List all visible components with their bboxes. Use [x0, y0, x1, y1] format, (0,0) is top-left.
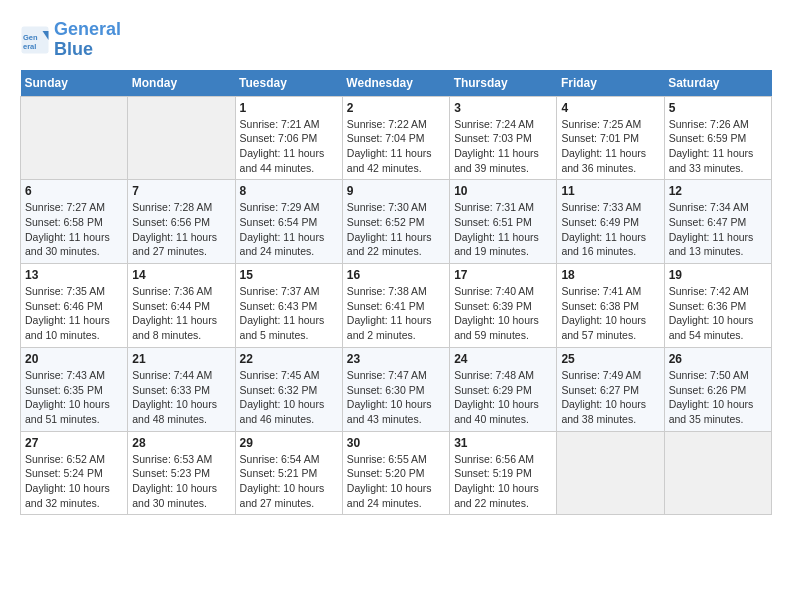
calendar-week-row: 27 Sunrise: 6:52 AM Sunset: 5:24 PM Dayl…: [21, 431, 772, 515]
day-info: Sunrise: 7:49 AM Sunset: 6:27 PM Dayligh…: [561, 368, 659, 427]
day-info: Sunrise: 7:43 AM Sunset: 6:35 PM Dayligh…: [25, 368, 123, 427]
day-number: 2: [347, 101, 445, 115]
calendar-cell: [21, 96, 128, 180]
page-header: Gen eral GeneralBlue: [20, 20, 772, 60]
calendar-cell: [128, 96, 235, 180]
day-number: 22: [240, 352, 338, 366]
day-number: 27: [25, 436, 123, 450]
day-number: 23: [347, 352, 445, 366]
calendar-cell: 1 Sunrise: 7:21 AM Sunset: 7:06 PM Dayli…: [235, 96, 342, 180]
calendar-cell: 12 Sunrise: 7:34 AM Sunset: 6:47 PM Dayl…: [664, 180, 771, 264]
day-info: Sunrise: 7:38 AM Sunset: 6:41 PM Dayligh…: [347, 284, 445, 343]
day-number: 11: [561, 184, 659, 198]
day-info: Sunrise: 7:48 AM Sunset: 6:29 PM Dayligh…: [454, 368, 552, 427]
calendar-cell: 28 Sunrise: 6:53 AM Sunset: 5:23 PM Dayl…: [128, 431, 235, 515]
day-info: Sunrise: 7:50 AM Sunset: 6:26 PM Dayligh…: [669, 368, 767, 427]
calendar-cell: 8 Sunrise: 7:29 AM Sunset: 6:54 PM Dayli…: [235, 180, 342, 264]
day-info: Sunrise: 7:22 AM Sunset: 7:04 PM Dayligh…: [347, 117, 445, 176]
calendar-week-row: 20 Sunrise: 7:43 AM Sunset: 6:35 PM Dayl…: [21, 347, 772, 431]
weekday-header: Tuesday: [235, 70, 342, 97]
day-number: 10: [454, 184, 552, 198]
day-number: 29: [240, 436, 338, 450]
day-number: 13: [25, 268, 123, 282]
day-info: Sunrise: 7:33 AM Sunset: 6:49 PM Dayligh…: [561, 200, 659, 259]
day-info: Sunrise: 7:30 AM Sunset: 6:52 PM Dayligh…: [347, 200, 445, 259]
calendar-table: SundayMondayTuesdayWednesdayThursdayFrid…: [20, 70, 772, 516]
day-info: Sunrise: 7:40 AM Sunset: 6:39 PM Dayligh…: [454, 284, 552, 343]
day-info: Sunrise: 6:52 AM Sunset: 5:24 PM Dayligh…: [25, 452, 123, 511]
calendar-cell: 26 Sunrise: 7:50 AM Sunset: 6:26 PM Dayl…: [664, 347, 771, 431]
day-info: Sunrise: 7:26 AM Sunset: 6:59 PM Dayligh…: [669, 117, 767, 176]
day-number: 9: [347, 184, 445, 198]
day-info: Sunrise: 6:54 AM Sunset: 5:21 PM Dayligh…: [240, 452, 338, 511]
calendar-cell: 22 Sunrise: 7:45 AM Sunset: 6:32 PM Dayl…: [235, 347, 342, 431]
day-number: 26: [669, 352, 767, 366]
calendar-cell: 11 Sunrise: 7:33 AM Sunset: 6:49 PM Dayl…: [557, 180, 664, 264]
day-info: Sunrise: 7:37 AM Sunset: 6:43 PM Dayligh…: [240, 284, 338, 343]
weekday-header: Monday: [128, 70, 235, 97]
day-number: 5: [669, 101, 767, 115]
calendar-cell: 9 Sunrise: 7:30 AM Sunset: 6:52 PM Dayli…: [342, 180, 449, 264]
day-number: 30: [347, 436, 445, 450]
day-number: 1: [240, 101, 338, 115]
day-info: Sunrise: 7:25 AM Sunset: 7:01 PM Dayligh…: [561, 117, 659, 176]
day-number: 20: [25, 352, 123, 366]
calendar-cell: 21 Sunrise: 7:44 AM Sunset: 6:33 PM Dayl…: [128, 347, 235, 431]
day-info: Sunrise: 7:24 AM Sunset: 7:03 PM Dayligh…: [454, 117, 552, 176]
calendar-cell: 24 Sunrise: 7:48 AM Sunset: 6:29 PM Dayl…: [450, 347, 557, 431]
day-info: Sunrise: 7:36 AM Sunset: 6:44 PM Dayligh…: [132, 284, 230, 343]
day-info: Sunrise: 6:56 AM Sunset: 5:19 PM Dayligh…: [454, 452, 552, 511]
day-number: 6: [25, 184, 123, 198]
calendar-cell: 27 Sunrise: 6:52 AM Sunset: 5:24 PM Dayl…: [21, 431, 128, 515]
calendar-cell: 10 Sunrise: 7:31 AM Sunset: 6:51 PM Dayl…: [450, 180, 557, 264]
day-number: 19: [669, 268, 767, 282]
day-info: Sunrise: 7:29 AM Sunset: 6:54 PM Dayligh…: [240, 200, 338, 259]
day-info: Sunrise: 7:27 AM Sunset: 6:58 PM Dayligh…: [25, 200, 123, 259]
day-info: Sunrise: 7:35 AM Sunset: 6:46 PM Dayligh…: [25, 284, 123, 343]
day-info: Sunrise: 7:47 AM Sunset: 6:30 PM Dayligh…: [347, 368, 445, 427]
calendar-cell: 18 Sunrise: 7:41 AM Sunset: 6:38 PM Dayl…: [557, 264, 664, 348]
day-number: 24: [454, 352, 552, 366]
day-number: 3: [454, 101, 552, 115]
calendar-cell: 25 Sunrise: 7:49 AM Sunset: 6:27 PM Dayl…: [557, 347, 664, 431]
calendar-cell: 19 Sunrise: 7:42 AM Sunset: 6:36 PM Dayl…: [664, 264, 771, 348]
calendar-cell: [664, 431, 771, 515]
calendar-cell: 7 Sunrise: 7:28 AM Sunset: 6:56 PM Dayli…: [128, 180, 235, 264]
day-info: Sunrise: 7:21 AM Sunset: 7:06 PM Dayligh…: [240, 117, 338, 176]
day-number: 18: [561, 268, 659, 282]
day-info: Sunrise: 7:45 AM Sunset: 6:32 PM Dayligh…: [240, 368, 338, 427]
day-number: 12: [669, 184, 767, 198]
day-number: 16: [347, 268, 445, 282]
weekday-header: Sunday: [21, 70, 128, 97]
calendar-cell: 6 Sunrise: 7:27 AM Sunset: 6:58 PM Dayli…: [21, 180, 128, 264]
calendar-header-row: SundayMondayTuesdayWednesdayThursdayFrid…: [21, 70, 772, 97]
calendar-cell: 2 Sunrise: 7:22 AM Sunset: 7:04 PM Dayli…: [342, 96, 449, 180]
day-number: 15: [240, 268, 338, 282]
calendar-week-row: 13 Sunrise: 7:35 AM Sunset: 6:46 PM Dayl…: [21, 264, 772, 348]
day-number: 14: [132, 268, 230, 282]
day-number: 7: [132, 184, 230, 198]
svg-text:eral: eral: [23, 42, 36, 51]
calendar-cell: 23 Sunrise: 7:47 AM Sunset: 6:30 PM Dayl…: [342, 347, 449, 431]
weekday-header: Saturday: [664, 70, 771, 97]
day-number: 8: [240, 184, 338, 198]
calendar-cell: 17 Sunrise: 7:40 AM Sunset: 6:39 PM Dayl…: [450, 264, 557, 348]
svg-text:Gen: Gen: [23, 33, 38, 42]
day-number: 31: [454, 436, 552, 450]
calendar-cell: 20 Sunrise: 7:43 AM Sunset: 6:35 PM Dayl…: [21, 347, 128, 431]
day-number: 21: [132, 352, 230, 366]
day-info: Sunrise: 6:53 AM Sunset: 5:23 PM Dayligh…: [132, 452, 230, 511]
calendar-cell: 31 Sunrise: 6:56 AM Sunset: 5:19 PM Dayl…: [450, 431, 557, 515]
calendar-week-row: 1 Sunrise: 7:21 AM Sunset: 7:06 PM Dayli…: [21, 96, 772, 180]
calendar-cell: 30 Sunrise: 6:55 AM Sunset: 5:20 PM Dayl…: [342, 431, 449, 515]
day-info: Sunrise: 7:28 AM Sunset: 6:56 PM Dayligh…: [132, 200, 230, 259]
day-info: Sunrise: 7:34 AM Sunset: 6:47 PM Dayligh…: [669, 200, 767, 259]
weekday-header: Thursday: [450, 70, 557, 97]
logo: Gen eral GeneralBlue: [20, 20, 121, 60]
calendar-cell: 5 Sunrise: 7:26 AM Sunset: 6:59 PM Dayli…: [664, 96, 771, 180]
day-number: 28: [132, 436, 230, 450]
logo-text: GeneralBlue: [54, 20, 121, 60]
calendar-cell: 14 Sunrise: 7:36 AM Sunset: 6:44 PM Dayl…: [128, 264, 235, 348]
day-info: Sunrise: 7:41 AM Sunset: 6:38 PM Dayligh…: [561, 284, 659, 343]
calendar-cell: 4 Sunrise: 7:25 AM Sunset: 7:01 PM Dayli…: [557, 96, 664, 180]
